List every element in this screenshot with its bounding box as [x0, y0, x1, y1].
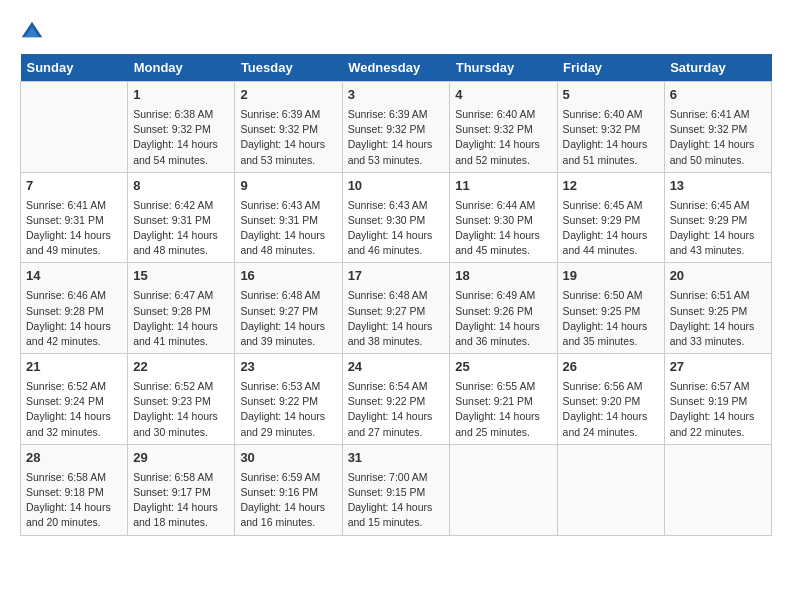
- cell-content: Sunrise: 6:40 AM Sunset: 9:32 PM Dayligh…: [563, 107, 659, 168]
- week-row-1: 1Sunrise: 6:38 AM Sunset: 9:32 PM Daylig…: [21, 82, 772, 173]
- cell-content: Sunrise: 6:55 AM Sunset: 9:21 PM Dayligh…: [455, 379, 551, 440]
- day-number: 27: [670, 358, 766, 377]
- day-number: 30: [240, 449, 336, 468]
- day-number: 29: [133, 449, 229, 468]
- day-number: 3: [348, 86, 445, 105]
- header-row: SundayMondayTuesdayWednesdayThursdayFrid…: [21, 54, 772, 82]
- calendar-cell: 2Sunrise: 6:39 AM Sunset: 9:32 PM Daylig…: [235, 82, 342, 173]
- day-number: 14: [26, 267, 122, 286]
- cell-content: Sunrise: 6:44 AM Sunset: 9:30 PM Dayligh…: [455, 198, 551, 259]
- week-row-4: 21Sunrise: 6:52 AM Sunset: 9:24 PM Dayli…: [21, 354, 772, 445]
- header-cell-saturday: Saturday: [664, 54, 771, 82]
- cell-content: Sunrise: 6:47 AM Sunset: 9:28 PM Dayligh…: [133, 288, 229, 349]
- calendar-cell: 25Sunrise: 6:55 AM Sunset: 9:21 PM Dayli…: [450, 354, 557, 445]
- cell-content: Sunrise: 6:40 AM Sunset: 9:32 PM Dayligh…: [455, 107, 551, 168]
- calendar-cell: 10Sunrise: 6:43 AM Sunset: 9:30 PM Dayli…: [342, 172, 450, 263]
- calendar-cell: 17Sunrise: 6:48 AM Sunset: 9:27 PM Dayli…: [342, 263, 450, 354]
- day-number: 21: [26, 358, 122, 377]
- calendar-cell: 26Sunrise: 6:56 AM Sunset: 9:20 PM Dayli…: [557, 354, 664, 445]
- cell-content: Sunrise: 7:00 AM Sunset: 9:15 PM Dayligh…: [348, 470, 445, 531]
- day-number: 22: [133, 358, 229, 377]
- week-row-2: 7Sunrise: 6:41 AM Sunset: 9:31 PM Daylig…: [21, 172, 772, 263]
- calendar-cell: 20Sunrise: 6:51 AM Sunset: 9:25 PM Dayli…: [664, 263, 771, 354]
- calendar-cell: 15Sunrise: 6:47 AM Sunset: 9:28 PM Dayli…: [128, 263, 235, 354]
- calendar-cell: 13Sunrise: 6:45 AM Sunset: 9:29 PM Dayli…: [664, 172, 771, 263]
- cell-content: Sunrise: 6:41 AM Sunset: 9:31 PM Dayligh…: [26, 198, 122, 259]
- cell-content: Sunrise: 6:50 AM Sunset: 9:25 PM Dayligh…: [563, 288, 659, 349]
- week-row-3: 14Sunrise: 6:46 AM Sunset: 9:28 PM Dayli…: [21, 263, 772, 354]
- cell-content: Sunrise: 6:52 AM Sunset: 9:24 PM Dayligh…: [26, 379, 122, 440]
- logo: [20, 20, 48, 44]
- calendar-cell: 23Sunrise: 6:53 AM Sunset: 9:22 PM Dayli…: [235, 354, 342, 445]
- cell-content: Sunrise: 6:38 AM Sunset: 9:32 PM Dayligh…: [133, 107, 229, 168]
- calendar-cell: [664, 444, 771, 535]
- cell-content: Sunrise: 6:46 AM Sunset: 9:28 PM Dayligh…: [26, 288, 122, 349]
- cell-content: Sunrise: 6:53 AM Sunset: 9:22 PM Dayligh…: [240, 379, 336, 440]
- page-header: [20, 20, 772, 44]
- cell-content: Sunrise: 6:58 AM Sunset: 9:18 PM Dayligh…: [26, 470, 122, 531]
- calendar-cell: 24Sunrise: 6:54 AM Sunset: 9:22 PM Dayli…: [342, 354, 450, 445]
- cell-content: Sunrise: 6:54 AM Sunset: 9:22 PM Dayligh…: [348, 379, 445, 440]
- day-number: 17: [348, 267, 445, 286]
- day-number: 19: [563, 267, 659, 286]
- calendar-cell: 18Sunrise: 6:49 AM Sunset: 9:26 PM Dayli…: [450, 263, 557, 354]
- header-cell-friday: Friday: [557, 54, 664, 82]
- calendar-cell: 16Sunrise: 6:48 AM Sunset: 9:27 PM Dayli…: [235, 263, 342, 354]
- calendar-cell: 4Sunrise: 6:40 AM Sunset: 9:32 PM Daylig…: [450, 82, 557, 173]
- week-row-5: 28Sunrise: 6:58 AM Sunset: 9:18 PM Dayli…: [21, 444, 772, 535]
- calendar-cell: 6Sunrise: 6:41 AM Sunset: 9:32 PM Daylig…: [664, 82, 771, 173]
- day-number: 15: [133, 267, 229, 286]
- calendar-table: SundayMondayTuesdayWednesdayThursdayFrid…: [20, 54, 772, 536]
- day-number: 24: [348, 358, 445, 377]
- day-number: 18: [455, 267, 551, 286]
- calendar-cell: 22Sunrise: 6:52 AM Sunset: 9:23 PM Dayli…: [128, 354, 235, 445]
- calendar-cell: 19Sunrise: 6:50 AM Sunset: 9:25 PM Dayli…: [557, 263, 664, 354]
- cell-content: Sunrise: 6:45 AM Sunset: 9:29 PM Dayligh…: [670, 198, 766, 259]
- header-cell-tuesday: Tuesday: [235, 54, 342, 82]
- day-number: 10: [348, 177, 445, 196]
- day-number: 20: [670, 267, 766, 286]
- cell-content: Sunrise: 6:39 AM Sunset: 9:32 PM Dayligh…: [348, 107, 445, 168]
- calendar-cell: 27Sunrise: 6:57 AM Sunset: 9:19 PM Dayli…: [664, 354, 771, 445]
- calendar-body: 1Sunrise: 6:38 AM Sunset: 9:32 PM Daylig…: [21, 82, 772, 536]
- day-number: 5: [563, 86, 659, 105]
- cell-content: Sunrise: 6:39 AM Sunset: 9:32 PM Dayligh…: [240, 107, 336, 168]
- calendar-cell: [21, 82, 128, 173]
- header-cell-thursday: Thursday: [450, 54, 557, 82]
- cell-content: Sunrise: 6:56 AM Sunset: 9:20 PM Dayligh…: [563, 379, 659, 440]
- calendar-header: SundayMondayTuesdayWednesdayThursdayFrid…: [21, 54, 772, 82]
- cell-content: Sunrise: 6:45 AM Sunset: 9:29 PM Dayligh…: [563, 198, 659, 259]
- day-number: 6: [670, 86, 766, 105]
- day-number: 2: [240, 86, 336, 105]
- day-number: 12: [563, 177, 659, 196]
- calendar-cell: 30Sunrise: 6:59 AM Sunset: 9:16 PM Dayli…: [235, 444, 342, 535]
- header-cell-wednesday: Wednesday: [342, 54, 450, 82]
- calendar-cell: 29Sunrise: 6:58 AM Sunset: 9:17 PM Dayli…: [128, 444, 235, 535]
- logo-icon: [20, 20, 44, 44]
- cell-content: Sunrise: 6:59 AM Sunset: 9:16 PM Dayligh…: [240, 470, 336, 531]
- day-number: 11: [455, 177, 551, 196]
- cell-content: Sunrise: 6:49 AM Sunset: 9:26 PM Dayligh…: [455, 288, 551, 349]
- calendar-cell: 1Sunrise: 6:38 AM Sunset: 9:32 PM Daylig…: [128, 82, 235, 173]
- calendar-cell: 3Sunrise: 6:39 AM Sunset: 9:32 PM Daylig…: [342, 82, 450, 173]
- calendar-cell: 21Sunrise: 6:52 AM Sunset: 9:24 PM Dayli…: [21, 354, 128, 445]
- cell-content: Sunrise: 6:48 AM Sunset: 9:27 PM Dayligh…: [240, 288, 336, 349]
- cell-content: Sunrise: 6:43 AM Sunset: 9:31 PM Dayligh…: [240, 198, 336, 259]
- day-number: 9: [240, 177, 336, 196]
- day-number: 4: [455, 86, 551, 105]
- day-number: 28: [26, 449, 122, 468]
- cell-content: Sunrise: 6:58 AM Sunset: 9:17 PM Dayligh…: [133, 470, 229, 531]
- day-number: 7: [26, 177, 122, 196]
- calendar-cell: [450, 444, 557, 535]
- calendar-cell: 11Sunrise: 6:44 AM Sunset: 9:30 PM Dayli…: [450, 172, 557, 263]
- cell-content: Sunrise: 6:42 AM Sunset: 9:31 PM Dayligh…: [133, 198, 229, 259]
- calendar-cell: 28Sunrise: 6:58 AM Sunset: 9:18 PM Dayli…: [21, 444, 128, 535]
- day-number: 8: [133, 177, 229, 196]
- day-number: 25: [455, 358, 551, 377]
- cell-content: Sunrise: 6:57 AM Sunset: 9:19 PM Dayligh…: [670, 379, 766, 440]
- calendar-cell: 9Sunrise: 6:43 AM Sunset: 9:31 PM Daylig…: [235, 172, 342, 263]
- header-cell-monday: Monday: [128, 54, 235, 82]
- header-cell-sunday: Sunday: [21, 54, 128, 82]
- day-number: 13: [670, 177, 766, 196]
- cell-content: Sunrise: 6:51 AM Sunset: 9:25 PM Dayligh…: [670, 288, 766, 349]
